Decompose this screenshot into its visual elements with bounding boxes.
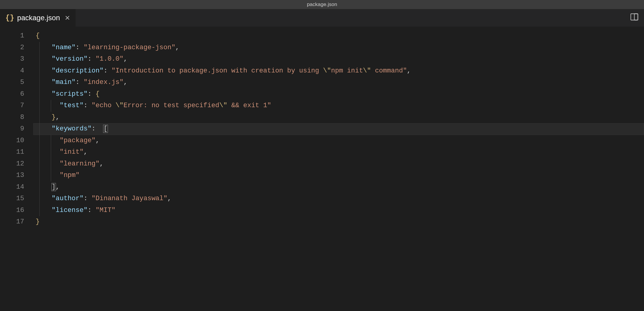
- line-number: 9: [0, 123, 33, 135]
- code-line[interactable]: "license": "MIT": [33, 205, 644, 216]
- line-number: 7: [0, 100, 33, 112]
- code-content[interactable]: { "name": "learning-package-json", "vers…: [33, 27, 644, 311]
- split-editor-icon: [630, 13, 639, 21]
- code-line[interactable]: {: [33, 30, 644, 42]
- line-number: 10: [0, 135, 33, 147]
- line-number: 4: [0, 65, 33, 77]
- code-line[interactable]: "package",: [33, 135, 644, 147]
- split-editor-button[interactable]: [630, 13, 639, 23]
- json-file-icon: {}: [5, 14, 14, 22]
- code-line[interactable]: "description": "Introduction to package.…: [33, 65, 644, 77]
- line-number: 5: [0, 77, 33, 88]
- code-line[interactable]: }: [33, 216, 644, 228]
- line-number: 16: [0, 205, 33, 216]
- code-line[interactable]: "scripts": {: [33, 88, 644, 100]
- tab-package-json[interactable]: {} package.json: [0, 9, 76, 27]
- code-line[interactable]: ],: [33, 181, 644, 193]
- line-number: 17: [0, 216, 33, 228]
- line-number: 2: [0, 42, 33, 54]
- line-number: 14: [0, 181, 33, 193]
- line-number: 8: [0, 112, 33, 123]
- code-line[interactable]: "version": "1.0.0",: [33, 53, 644, 65]
- code-line[interactable]: "name": "learning-package-json",: [33, 42, 644, 54]
- tab-bar: {} package.json: [0, 9, 644, 27]
- code-line[interactable]: "npm": [33, 170, 644, 181]
- line-number: 13: [0, 170, 33, 181]
- line-number: 12: [0, 158, 33, 170]
- code-line[interactable]: "keywords": [: [33, 123, 644, 135]
- line-number: 6: [0, 88, 33, 100]
- code-line[interactable]: "learning",: [33, 158, 644, 170]
- close-tab-button[interactable]: [64, 14, 71, 21]
- code-line[interactable]: "main": "index.js",: [33, 77, 644, 88]
- window-titlebar: package.json: [0, 0, 644, 9]
- line-number: 11: [0, 146, 33, 158]
- code-line[interactable]: "author": "Dinanath Jayaswal",: [33, 193, 644, 205]
- svg-rect-1: [634, 14, 638, 20]
- close-icon: [65, 15, 70, 21]
- window-title: package.json: [307, 2, 337, 8]
- code-line[interactable]: "test": "echo \"Error: no test specified…: [33, 100, 644, 112]
- line-number-gutter: 1234567891011121314151617: [0, 27, 33, 311]
- tab-label: package.json: [17, 14, 60, 22]
- code-line[interactable]: "init",: [33, 146, 644, 158]
- line-number: 1: [0, 30, 33, 42]
- code-line[interactable]: },: [33, 112, 644, 123]
- line-number: 15: [0, 193, 33, 205]
- line-number: 3: [0, 53, 33, 65]
- code-editor[interactable]: 1234567891011121314151617 { "name": "lea…: [0, 27, 644, 311]
